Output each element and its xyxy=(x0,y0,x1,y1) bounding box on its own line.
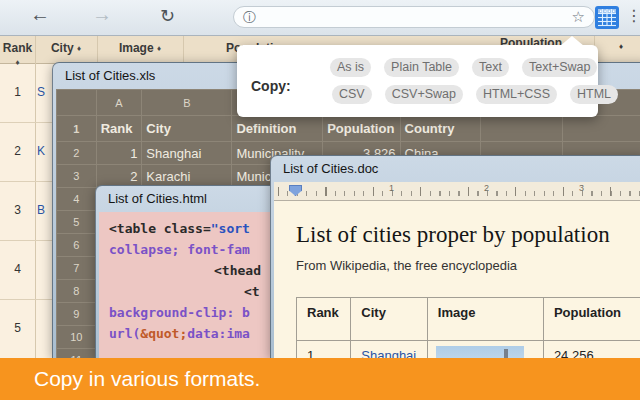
copy-text-swap-button[interactable]: Text+Swap xyxy=(522,58,598,77)
row-number[interactable]: 6 xyxy=(57,234,97,257)
sheet-cell[interactable] xyxy=(562,116,640,142)
code-token: background-clip: b xyxy=(109,305,250,320)
forward-icon[interactable]: → xyxy=(92,3,112,26)
caption-text: Copy in various formats. xyxy=(34,358,260,400)
sheet-cell[interactable]: 1 xyxy=(96,142,142,165)
ruler-ticks xyxy=(278,187,640,196)
code-token: url( xyxy=(109,326,140,341)
code-line: <thead xyxy=(109,260,291,281)
code-token: "sort xyxy=(211,221,250,236)
row-number[interactable]: 4 xyxy=(57,188,97,211)
sort-icon[interactable]: ♦ xyxy=(157,44,161,53)
copy-html-button[interactable]: HTML xyxy=(570,85,618,104)
city-link[interactable]: Shanghai xyxy=(351,341,428,359)
ruler-number: 1 xyxy=(389,183,394,193)
sheet-cell[interactable] xyxy=(480,116,562,142)
rank-cell: 1 xyxy=(0,85,35,99)
row-number[interactable]: 1 xyxy=(57,116,97,142)
extension-popup: Copy: As is Plain Table Text Text+Swap C… xyxy=(237,45,598,117)
sheet-cell[interactable]: Country xyxy=(400,116,480,142)
column-header-image[interactable]: Image ♦ xyxy=(97,41,183,55)
tower-silhouette xyxy=(504,349,508,358)
bookmark-star-icon[interactable]: ☆ xyxy=(572,8,585,26)
browser-toolbar: ← → ↻ ⓘ ☆ ⋮ xyxy=(0,0,640,36)
row-number[interactable]: 10 xyxy=(57,326,97,349)
code-line: collapse; font-fam xyxy=(109,239,291,260)
rank-cell: 2 xyxy=(0,144,35,158)
code-area: <table class="sort collapse; font-fam <t… xyxy=(99,212,291,358)
row-number[interactable]: 8 xyxy=(57,280,97,303)
column-header-label: Image xyxy=(119,41,154,55)
row-number[interactable]: 3 xyxy=(57,165,97,188)
sort-icon[interactable]: ♦ xyxy=(77,44,81,53)
info-icon[interactable]: ⓘ xyxy=(243,9,256,27)
col-letter[interactable]: A xyxy=(96,90,142,116)
copy-text-button[interactable]: Text xyxy=(472,58,509,77)
doc-cell-population: 24,256, xyxy=(543,341,640,359)
code-line: <table class="sort xyxy=(109,218,291,239)
doc-table-header-row: Rank City Image Population xyxy=(297,298,640,341)
code-line: <t xyxy=(109,281,291,302)
row-number[interactable]: 7 xyxy=(57,257,97,280)
rank-cell: 4 xyxy=(0,262,35,276)
copy-as-is-button[interactable]: As is xyxy=(330,58,371,77)
doc-cell-image xyxy=(427,341,543,359)
code-line: background-clip: b xyxy=(109,302,291,323)
document-area: 1 2 3 List of cities proper by populatio… xyxy=(274,182,640,358)
document-heading: List of cities proper by population xyxy=(296,222,640,248)
reload-icon[interactable]: ↻ xyxy=(160,5,175,27)
extension-icon[interactable] xyxy=(595,6,619,29)
code-line: url(&quot;data:ima xyxy=(109,323,291,344)
ruler: 1 2 3 xyxy=(274,182,640,201)
sheet-cell[interactable]: City xyxy=(142,116,232,142)
code-token: collapse; font-fam xyxy=(109,242,250,257)
row-number[interactable]: 5 xyxy=(57,211,97,234)
corner-cell[interactable] xyxy=(57,90,97,116)
column-header-label: Rank xyxy=(3,41,32,55)
code-token: data:ima xyxy=(187,326,250,341)
code-token: <table class= xyxy=(109,221,211,236)
doc-header-cell: Rank xyxy=(297,298,351,341)
row-number[interactable]: 9 xyxy=(57,303,97,326)
city-link[interactable]: S xyxy=(37,85,45,99)
sheet-header-row: 1 Rank City Definition Population Countr… xyxy=(57,116,640,142)
copy-html-css-button[interactable]: HTML+CSS xyxy=(476,85,557,104)
sheet-cell[interactable]: Population xyxy=(323,116,400,142)
copy-format-row: As is Plain Table Text Text+Swap xyxy=(330,58,597,77)
sheet-cell[interactable]: Shanghai xyxy=(142,142,232,165)
document-subtitle: From Wikipedia, the free encyclopedia xyxy=(296,258,640,273)
doc-cell-rank: 1 xyxy=(297,341,351,359)
rank-cell: 3 xyxy=(0,203,35,217)
screenshot-root: Rank ♦ City ♦ Image ♦ Population Total P… xyxy=(0,0,640,400)
col-letter[interactable]: B xyxy=(142,90,232,116)
ruler-number: 3 xyxy=(579,183,584,193)
doc-header-cell: City xyxy=(351,298,428,341)
copy-format-row: CSV CSV+Swap HTML+CSS HTML xyxy=(332,85,618,104)
document-page: List of cities proper by population From… xyxy=(274,200,640,358)
row-number[interactable]: 11 xyxy=(57,349,97,359)
browser-menu-icon[interactable]: ⋮ xyxy=(626,6,640,25)
caption-banner: Copy in various formats. xyxy=(0,358,640,400)
sort-icon[interactable]: ♦ xyxy=(619,42,623,51)
column-header-city[interactable]: City ♦ xyxy=(35,41,97,55)
sheet-cell[interactable]: Definition xyxy=(232,116,323,142)
city-link[interactable]: K xyxy=(37,144,45,158)
document-table: Rank City Image Population 1 Shanghai 24… xyxy=(296,297,640,358)
copy-plain-table-button[interactable]: Plain Table xyxy=(384,58,459,77)
window-title-doc[interactable]: List of Cities.doc xyxy=(271,156,640,181)
popup-arrow-icon xyxy=(560,36,584,46)
row-number[interactable]: 2 xyxy=(57,142,97,165)
window-html: List of Cities.html <table class="sort c… xyxy=(95,185,295,358)
code-token: &quot; xyxy=(140,326,187,341)
window-title-html[interactable]: List of Cities.html xyxy=(96,186,294,211)
copy-csv-button[interactable]: CSV xyxy=(332,85,372,104)
sheet-cell[interactable]: Rank xyxy=(96,116,142,142)
city-link[interactable]: B xyxy=(37,203,45,217)
back-icon[interactable]: ← xyxy=(30,3,50,26)
code-token: <t xyxy=(244,284,260,299)
doc-header-cell: Population xyxy=(543,298,640,341)
address-bar[interactable]: ⓘ ☆ xyxy=(233,6,595,28)
ruler-number: 2 xyxy=(484,183,489,193)
rank-cell: 5 xyxy=(0,321,35,335)
copy-csv-swap-button[interactable]: CSV+Swap xyxy=(385,85,463,104)
